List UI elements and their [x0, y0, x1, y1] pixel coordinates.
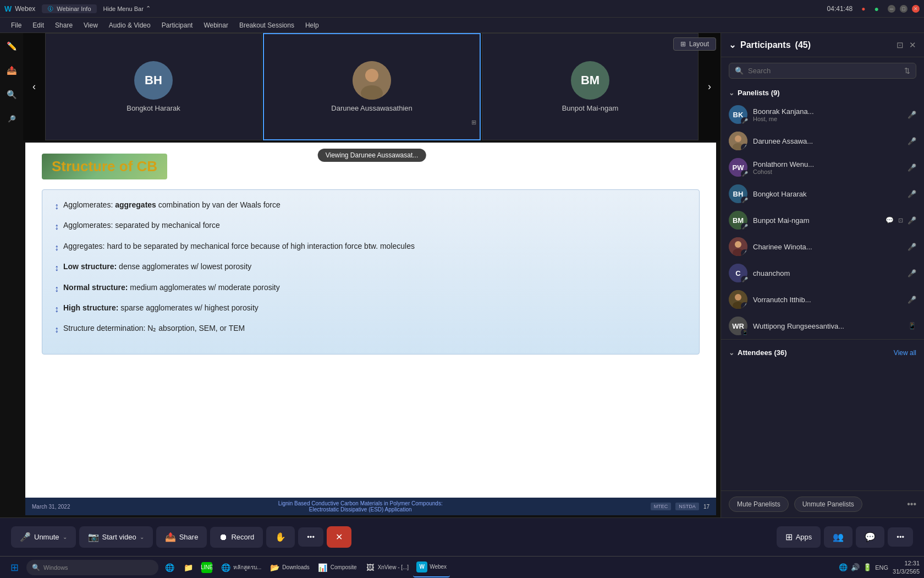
search-input[interactable]: [748, 67, 900, 75]
chat-button[interactable]: 💬: [856, 526, 884, 548]
apps-button[interactable]: ⊞ Apps: [777, 526, 821, 548]
mic-status-bunpot-p: 🎤: [741, 223, 749, 231]
menu-audio-video[interactable]: Audio & Video: [105, 19, 155, 31]
tray-network[interactable]: 🌐: [839, 563, 848, 571]
edge-icon: 🌐: [164, 562, 175, 573]
close-panel-button[interactable]: ✕: [909, 40, 916, 50]
menu-share[interactable]: Share: [51, 19, 77, 31]
end-call-button[interactable]: ✕: [327, 526, 351, 548]
unmute-panelists-button[interactable]: Unmute Panelists: [794, 497, 862, 512]
tab-label: Webinar Info: [57, 6, 91, 12]
taskbar-composite[interactable]: 📊 Composite: [314, 558, 360, 577]
attendees-toggle[interactable]: ⌄: [729, 349, 734, 357]
start-video-button[interactable]: 📷 Start video ⌄: [79, 526, 153, 548]
taskbar-xnview[interactable]: 🖼 XnView - [...]: [361, 558, 413, 577]
hide-menu-label: Hide Menu Bar: [103, 6, 144, 12]
green-indicator: ●: [875, 4, 879, 13]
sort-button[interactable]: ⇅: [904, 67, 910, 75]
title-bar-right: 04:41:48 ● ● ─ □ ✕: [827, 4, 920, 13]
record-button[interactable]: ⏺ Record: [210, 527, 263, 548]
menu-file[interactable]: File: [7, 19, 26, 31]
more2-button[interactable]: •••: [888, 527, 913, 547]
name-wuttipong: Wuttipong Rungseesantiva...: [753, 322, 903, 330]
participant-darunee[interactable]: 🎤 Darunee Assawa... 🎤: [721, 128, 924, 154]
taskbar-edge[interactable]: 🌐: [161, 558, 178, 577]
panelists-toggle[interactable]: ⌄: [729, 89, 734, 97]
info-boonrak: Boonrak Kanjana... Host, me: [753, 107, 902, 122]
minimize-button[interactable]: ─: [888, 5, 895, 13]
taskbar-search[interactable]: 🔍 Windows: [26, 560, 158, 575]
phone-btn-wuttipong[interactable]: 📱: [908, 322, 916, 330]
mic-btn-vorranutch[interactable]: 🎤: [908, 296, 916, 304]
participant-chuanchom[interactable]: C 🎤 chuanchom 🎤: [721, 260, 924, 286]
menu-edit[interactable]: Edit: [28, 19, 48, 31]
start-button[interactable]: ⊞: [4, 559, 24, 576]
chat-btn-bunpot[interactable]: 💬: [886, 216, 894, 224]
taskbar-file-explorer[interactable]: 📁: [179, 558, 197, 577]
maximize-button[interactable]: □: [900, 5, 908, 13]
slide-number: 17: [703, 504, 710, 510]
mic-btn-chuanchom[interactable]: 🎤: [908, 269, 916, 277]
downloads-icon: 📂: [269, 562, 280, 573]
video-card-bongkot: BH Bongkot Hararak: [45, 33, 262, 140]
participant-bongkot-p[interactable]: BH 🎤 Bongkot Hararak 🎤: [721, 181, 924, 207]
video-name-darunee: Darunee Aussawasathien: [331, 104, 412, 112]
tool-share-content[interactable]: 📤: [3, 62, 20, 79]
slide-bullet-text-4: Low structure: dense agglomerates w/ low…: [63, 261, 251, 272]
menu-participant[interactable]: Participant: [157, 19, 197, 31]
menu-view[interactable]: View: [79, 19, 102, 31]
video-prev-button[interactable]: ‹: [23, 33, 45, 140]
taskbar-course[interactable]: 🌐 หลักสูตรบ...: [217, 558, 265, 577]
expand-panel-button[interactable]: ⊡: [897, 40, 904, 50]
mute-panelists-button[interactable]: Mute Panelists: [729, 497, 789, 512]
participant-vorranutch[interactable]: 🎤 Vorranutch Itthib... 🎤: [721, 286, 924, 313]
participant-wuttipong[interactable]: WR 📱 Wuttipong Rungseesantiva... 📱: [721, 313, 924, 339]
participant-ponlathorn[interactable]: PW 🎤 Ponlathorn Wenu... Cohost 🎤: [721, 154, 924, 181]
mic-btn-bunpot-p[interactable]: 🎤: [908, 216, 916, 225]
actions-darunee: 🎤: [908, 137, 916, 145]
extra-btn-bunpot[interactable]: ⊡: [898, 217, 903, 224]
tool-annotate[interactable]: ✏️: [3, 37, 20, 55]
menu-help[interactable]: Help: [301, 19, 323, 31]
name-charinee: Charinee Winota...: [753, 243, 902, 251]
participant-bunpot-p[interactable]: BM 🎤 Bunpot Mai-ngam 💬 ⊡ 🎤: [721, 207, 924, 233]
avatar-bongkot-p: BH 🎤: [729, 184, 747, 203]
panel-chevron[interactable]: ⌄: [729, 40, 736, 50]
svg-point-4: [735, 135, 741, 142]
taskbar-webex[interactable]: W Webex: [413, 558, 450, 577]
reactions-button[interactable]: ✋: [266, 526, 295, 548]
mute-more-button[interactable]: •••: [907, 499, 916, 509]
taskbar-downloads[interactable]: 📂 Downloads: [266, 558, 312, 577]
layout-button[interactable]: ⊞ Layout: [673, 37, 716, 51]
menu-breakout[interactable]: Breakout Sessions: [235, 19, 299, 31]
more-button[interactable]: •••: [298, 527, 323, 547]
tool-zoom-out[interactable]: 🔎: [3, 110, 20, 128]
mic-btn-boonrak[interactable]: 🎤: [908, 111, 916, 119]
close-button[interactable]: ✕: [912, 5, 920, 13]
mic-btn-ponlathorn[interactable]: 🎤: [908, 163, 916, 172]
share-button[interactable]: 📤 Share: [156, 526, 207, 548]
mic-btn-charinee[interactable]: 🎤: [908, 243, 916, 251]
avatar-bunpot-p: BM 🎤: [729, 211, 747, 230]
slide-footer: March 31, 2022 Lignin Based Conductive C…: [25, 498, 716, 515]
mic-btn-darunee[interactable]: 🎤: [908, 137, 916, 145]
mic-btn-bongkot-p[interactable]: 🎤: [908, 190, 916, 198]
taskbar-line[interactable]: LINE Edge: [198, 558, 216, 577]
tool-zoom-fit[interactable]: 🔍: [3, 86, 20, 103]
unmute-button[interactable]: 🎤 Unmute ⌄: [11, 526, 76, 548]
menu-webinar[interactable]: Webinar: [199, 19, 232, 31]
file-explorer-icon: 📁: [183, 562, 194, 573]
role-boonrak: Host, me: [753, 116, 902, 122]
tray-volume[interactable]: 🔊: [851, 563, 860, 571]
hide-menu-bar[interactable]: Hide Menu Bar ⌃: [103, 5, 151, 12]
mic-status-boonrak: 🎤: [741, 117, 749, 125]
mic-status-bongkot-p: 🎤: [741, 197, 749, 204]
participant-charinee[interactable]: 🎤 Charinee Winota... 🎤: [721, 233, 924, 260]
course-icon: 🌐: [220, 562, 231, 573]
avatar-bongkot: BH: [134, 61, 173, 100]
participants-button[interactable]: 👥: [824, 526, 853, 548]
view-all-link[interactable]: View all: [894, 349, 916, 357]
title-bar-tab[interactable]: 🛈 Webinar Info: [42, 4, 96, 13]
participant-boonrak[interactable]: BK 🎤 Boonrak Kanjana... Host, me 🎤: [721, 101, 924, 128]
tray-battery[interactable]: 🔋: [863, 563, 872, 571]
